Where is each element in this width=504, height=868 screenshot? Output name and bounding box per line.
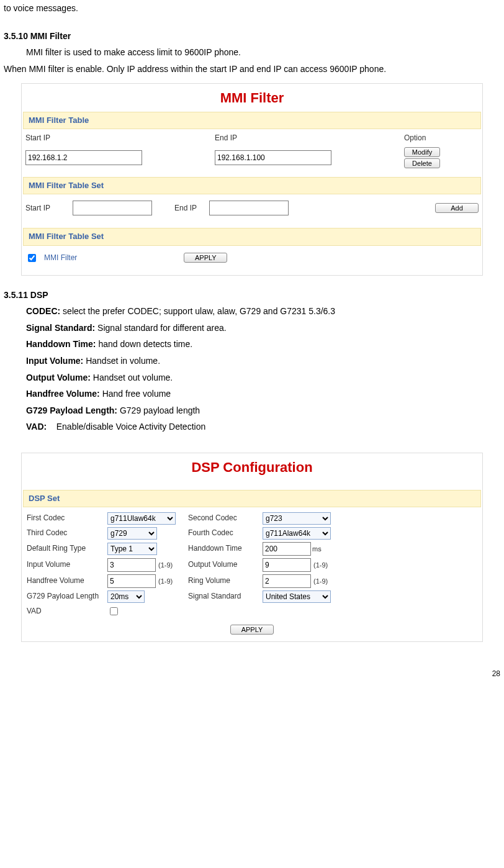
label-first-codec: First Codec — [27, 513, 107, 523]
section-title-mmi: 3.5.10 MMI Filter — [4, 28, 500, 45]
delete-button[interactable]: Delete — [404, 158, 440, 168]
dsp-config-panel: DSP Configuration DSP Set First Codec g7… — [21, 453, 483, 642]
output-volume-input[interactable] — [263, 558, 311, 572]
mmi-filter-panel: MMI Filter MMI Filter Table Start IP End… — [21, 83, 483, 275]
def-handfree-vol-text: Hand free volume — [100, 389, 171, 399]
def-g729-text: G729 payload length — [117, 405, 200, 415]
third-codec-select[interactable]: g729 — [107, 527, 157, 540]
ring-type-select[interactable]: Type 1 — [107, 543, 157, 555]
handfree-volume-hint: (1-9) — [158, 577, 173, 585]
label-output-volume: Output Volume — [188, 559, 263, 570]
intro-fragment: to voice messages. — [4, 0, 500, 17]
end-ip-input[interactable] — [209, 201, 289, 215]
label-ring-type: Default Ring Type — [27, 543, 107, 554]
g729-length-select[interactable]: 20ms — [107, 590, 145, 603]
start-ip-display[interactable] — [25, 150, 142, 165]
mmi-filter-table-header: MMI Filter Table — [23, 112, 481, 129]
ring-volume-input[interactable] — [263, 574, 311, 588]
mmi-filter-set-header-1: MMI Filter Table Set — [23, 177, 481, 194]
label-g729-length: G729 Payload Length — [27, 591, 107, 602]
dsp-definitions: CODEC: select the prefer CODEC; support … — [4, 303, 500, 435]
label-handfree-volume: Handfree Volume — [27, 576, 107, 586]
label-vad: VAD — [27, 606, 107, 617]
label-start-ip: Start IP — [25, 203, 69, 214]
first-codec-select[interactable]: g711Ulaw64k — [107, 512, 176, 525]
label-input-volume: Input Volume — [27, 559, 107, 570]
handfree-volume-input[interactable] — [107, 574, 156, 588]
def-input-vol-text: Handset in volume. — [83, 356, 160, 366]
mmi-paragraph-2: When MMI filter is enable. Only IP addre… — [4, 61, 500, 78]
def-g729-label: G729 Payload Length: — [26, 405, 117, 415]
mmi-filter-set-header-2: MMI Filter Table Set — [23, 228, 481, 245]
def-handfree-vol-label: Handfree Volume: — [26, 389, 100, 399]
start-ip-input[interactable] — [73, 201, 152, 215]
dsp-panel-title: DSP Configuration — [22, 453, 482, 480]
def-input-vol-label: Input Volume: — [26, 356, 83, 366]
mmi-filter-checkbox-label: MMI Filter — [44, 253, 77, 263]
def-vad-label: VAD: — [26, 422, 47, 432]
def-signal-text: Signal standard for different area. — [95, 323, 226, 333]
mmi-filter-checkbox[interactable] — [28, 254, 36, 262]
ring-volume-hint: (1-9) — [313, 577, 328, 585]
signal-standard-select[interactable]: United States — [263, 590, 331, 603]
modify-button[interactable]: Modify — [404, 147, 440, 157]
def-handdown-label: Handdown Time: — [26, 339, 96, 349]
mmi-apply-button[interactable]: APPLY — [184, 253, 227, 263]
section-title-dsp: 3.5.11 DSP — [4, 287, 500, 304]
def-output-vol-label: Output Volume: — [26, 373, 91, 382]
label-signal-standard: Signal Standard — [188, 591, 263, 602]
def-signal-label: Signal Standard: — [26, 323, 95, 333]
label-second-codec: Second Codec — [188, 513, 263, 523]
def-handdown-text: hand down detects time. — [96, 339, 193, 349]
mmi-paragraph-1: MMI filter is used to make access limit … — [4, 44, 500, 61]
input-volume-hint: (1-9) — [158, 561, 173, 569]
end-ip-display[interactable] — [215, 150, 331, 165]
fourth-codec-select[interactable]: g711Alaw64k — [263, 527, 331, 540]
input-volume-input[interactable] — [107, 558, 156, 572]
dsp-apply-button[interactable]: APPLY — [230, 625, 274, 635]
col-header-option: Option — [404, 133, 479, 143]
def-codec-label: CODEC: — [26, 306, 60, 316]
second-codec-select[interactable]: g723 — [263, 512, 331, 525]
def-codec-text: select the prefer CODEC; support ulaw, a… — [60, 306, 335, 316]
label-ring-volume: Ring Volume — [188, 576, 263, 586]
dsp-set-header: DSP Set — [23, 490, 481, 507]
vad-checkbox[interactable] — [110, 607, 118, 615]
col-header-end-ip: End IP — [215, 133, 400, 143]
label-third-codec: Third Codec — [27, 528, 107, 538]
label-end-ip: End IP — [174, 203, 205, 214]
def-output-vol-text: Handset out volume. — [91, 373, 173, 382]
add-button[interactable]: Add — [435, 203, 479, 213]
output-volume-hint: (1-9) — [313, 561, 328, 569]
handdown-suffix: ms — [312, 545, 322, 553]
col-header-start-ip: Start IP — [25, 133, 211, 143]
label-fourth-codec: Fourth Codec — [188, 528, 263, 538]
handdown-time-input[interactable] — [263, 542, 311, 556]
mmi-panel-title: MMI Filter — [22, 84, 482, 111]
label-handdown-time: Handdown Time — [188, 543, 263, 554]
page-number: 28 — [4, 648, 500, 687]
def-vad-text: Enable/disable Voice Activity Detection — [47, 422, 205, 432]
